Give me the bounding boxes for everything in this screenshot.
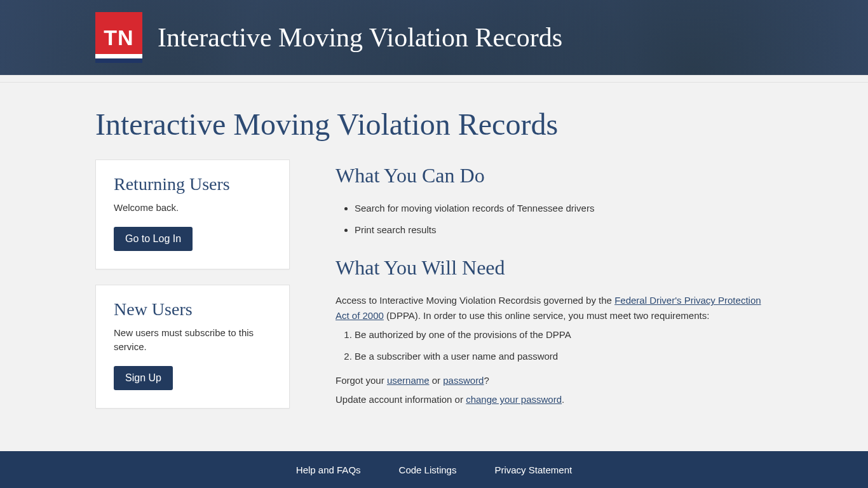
main-content: Interactive Moving Violation Records Ret… bbox=[0, 83, 868, 449]
forgot-line: Forgot your username or password? bbox=[336, 373, 773, 388]
forgot-password-link[interactable]: password bbox=[443, 375, 484, 386]
change-password-link[interactable]: change your password bbox=[466, 394, 562, 405]
content-section: What You Can Do Search for moving violat… bbox=[336, 159, 773, 411]
forgot-username-link[interactable]: username bbox=[387, 375, 430, 386]
header-divider bbox=[0, 75, 868, 83]
new-users-card: New Users New users must subscribe to th… bbox=[95, 285, 290, 409]
site-header: TN Interactive Moving Violation Records bbox=[0, 0, 868, 75]
site-footer: Help and FAQs Code Listings Privacy Stat… bbox=[0, 451, 868, 488]
footer-privacy-link[interactable]: Privacy Statement bbox=[494, 464, 572, 475]
list-item: Be authorized by one of the provisions o… bbox=[355, 327, 773, 342]
footer-help-link[interactable]: Help and FAQs bbox=[296, 464, 361, 475]
new-users-text: New users must subscribe to this service… bbox=[114, 326, 271, 355]
returning-users-heading: Returning Users bbox=[114, 174, 271, 194]
login-button[interactable]: Go to Log In bbox=[114, 227, 193, 251]
need-intro-text-2: (DPPA). In order to use this online serv… bbox=[384, 310, 709, 321]
cando-heading: What You Can Do bbox=[336, 159, 773, 192]
two-column-layout: Returning Users Welcome back. Go to Log … bbox=[95, 159, 773, 411]
returning-users-card: Returning Users Welcome back. Go to Log … bbox=[95, 159, 290, 269]
new-users-heading: New Users bbox=[114, 299, 271, 320]
list-item: Be a subscriber with a user name and pas… bbox=[355, 349, 773, 364]
requirements-list: Be authorized by one of the provisions o… bbox=[336, 327, 773, 364]
page-title: Interactive Moving Violation Records bbox=[95, 107, 773, 142]
cando-list: Search for moving violation records of T… bbox=[336, 201, 773, 238]
signup-button[interactable]: Sign Up bbox=[114, 366, 173, 390]
need-heading: What You Will Need bbox=[336, 252, 773, 284]
footer-codes-link[interactable]: Code Listings bbox=[399, 464, 457, 475]
tn-logo-text: TN bbox=[104, 27, 133, 48]
need-intro: Access to Interactive Moving Violation R… bbox=[336, 293, 773, 323]
sidebar: Returning Users Welcome back. Go to Log … bbox=[95, 159, 290, 409]
need-intro-text: Access to Interactive Moving Violation R… bbox=[336, 295, 614, 306]
tn-logo: TN bbox=[95, 12, 142, 63]
list-item: Print search results bbox=[355, 222, 773, 238]
list-item: Search for moving violation records of T… bbox=[355, 201, 773, 216]
returning-users-text: Welcome back. bbox=[114, 201, 271, 215]
update-line: Update account information or change you… bbox=[336, 392, 773, 407]
account-help-block: Forgot your username or password? Update… bbox=[336, 373, 773, 407]
header-title: Interactive Moving Violation Records bbox=[158, 22, 562, 53]
